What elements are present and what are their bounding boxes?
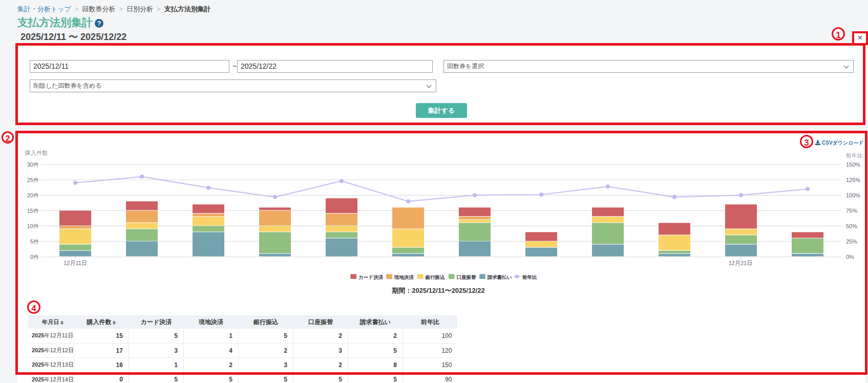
svg-text:10件: 10件 xyxy=(27,223,39,229)
svg-text:前年比: 前年比 xyxy=(845,152,863,158)
svg-text:12月21日: 12月21日 xyxy=(729,260,752,266)
svg-text:15件: 15件 xyxy=(27,208,39,214)
svg-text:銀行振込: 銀行振込 xyxy=(425,274,446,280)
svg-text:100%: 100% xyxy=(846,192,860,198)
svg-text:現地決済: 現地決済 xyxy=(394,274,414,280)
svg-text:0件: 0件 xyxy=(30,254,39,260)
svg-text:口座振替: 口座振替 xyxy=(456,274,476,280)
svg-text:25%: 25% xyxy=(846,238,857,245)
svg-text:カード決済: カード決済 xyxy=(358,274,383,280)
svg-text:30件: 30件 xyxy=(27,162,39,168)
svg-text:0%: 0% xyxy=(846,254,854,260)
svg-text:50%: 50% xyxy=(846,223,857,229)
svg-text:75%: 75% xyxy=(846,208,857,214)
svg-text:12月11日: 12月11日 xyxy=(63,260,87,266)
svg-text:前年比: 前年比 xyxy=(522,274,537,280)
svg-text:20件: 20件 xyxy=(27,192,39,198)
svg-text:請求書払い: 請求書払い xyxy=(487,274,512,280)
svg-text:125%: 125% xyxy=(846,177,860,183)
svg-text:5件: 5件 xyxy=(30,238,39,245)
svg-text:150%: 150% xyxy=(846,162,860,168)
svg-text:25件: 25件 xyxy=(27,177,39,183)
svg-text:購入件数: 購入件数 xyxy=(25,150,48,156)
